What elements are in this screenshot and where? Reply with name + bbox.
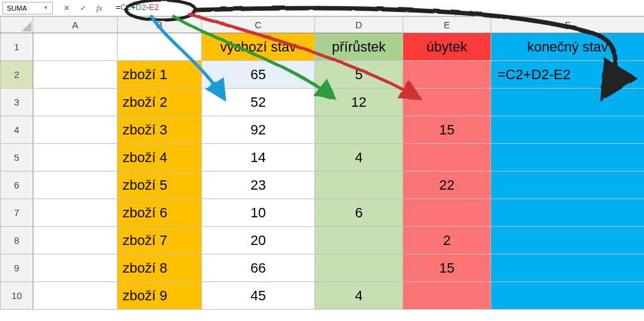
col-header-F[interactable]: F	[491, 17, 645, 33]
cell-D6[interactable]	[315, 171, 403, 199]
grid[interactable]: A B C D E F 1 výchozí stav přírůstek úby…	[0, 16, 644, 310]
formula-text: =C2+D2-E2	[116, 3, 159, 12]
table-row: 9 zboží 8 66 15	[1, 254, 645, 282]
formula-equals: =	[116, 3, 121, 12]
cell-E8[interactable]: 2	[403, 227, 491, 254]
table-row: 10 zboží 9 45 4	[1, 282, 645, 310]
table-row: 4 zboží 3 92 15	[1, 116, 645, 144]
cell-B5[interactable]: zboží 4	[118, 144, 202, 171]
formula-op-plus: +	[131, 3, 136, 12]
row-header-10[interactable]: 10	[1, 282, 33, 310]
cell-B9[interactable]: zboží 8	[118, 254, 202, 282]
cell-D7[interactable]: 6	[315, 199, 403, 227]
fx-icon[interactable]: fx	[94, 3, 104, 13]
cell-A7[interactable]	[33, 199, 118, 227]
cell-B2[interactable]: zboží 1	[118, 61, 202, 89]
cell-C5[interactable]: 14	[202, 144, 315, 171]
cell-E10[interactable]	[403, 282, 491, 310]
cell-E4[interactable]: 15	[403, 116, 491, 144]
cell-B3[interactable]: zboží 2	[118, 89, 202, 116]
cell-E2[interactable]	[403, 61, 491, 89]
table-row: 8 zboží 7 20 2	[1, 227, 645, 254]
cell-D10[interactable]: 4	[315, 282, 403, 310]
cell-A3[interactable]	[33, 89, 118, 116]
cell-C2[interactable]: 65	[202, 61, 315, 89]
cell-A8[interactable]	[33, 227, 118, 254]
row-header-6[interactable]: 6	[1, 171, 33, 199]
formula-bar: SUMA ▼ ✕ ✓ fx =C2+D2-E2	[0, 0, 644, 16]
cell-E5[interactable]	[403, 144, 491, 171]
row-header-3[interactable]: 3	[1, 89, 33, 116]
cell-F10[interactable]	[491, 282, 645, 310]
cell-D8[interactable]	[315, 227, 403, 254]
table-row: 3 zboží 2 52 12	[1, 89, 645, 116]
cell-A6[interactable]	[33, 171, 118, 199]
row-header-9[interactable]: 9	[1, 254, 33, 282]
spreadsheet: A B C D E F 1 výchozí stav přírůstek úby…	[0, 16, 644, 310]
cell-B4[interactable]: zboží 3	[118, 116, 202, 144]
cell-A1[interactable]	[33, 33, 118, 61]
col-header-E[interactable]: E	[403, 17, 491, 33]
confirm-formula-icon[interactable]: ✓	[78, 3, 88, 13]
cell-F3[interactable]	[491, 89, 645, 116]
cell-A10[interactable]	[33, 282, 118, 310]
row-header-4[interactable]: 4	[1, 116, 33, 144]
cell-A4[interactable]	[33, 116, 118, 144]
row-header-2[interactable]: 2	[1, 61, 33, 89]
cell-D1[interactable]: přírůstek	[315, 33, 403, 61]
cell-F7[interactable]	[491, 199, 645, 227]
formula-input[interactable]: =C2+D2-E2	[113, 2, 641, 14]
cell-F4[interactable]	[491, 116, 645, 144]
select-all-corner[interactable]	[1, 17, 33, 33]
chevron-down-icon: ▼	[43, 5, 48, 11]
cell-A5[interactable]	[33, 144, 118, 171]
cell-C3[interactable]: 52	[202, 89, 315, 116]
cell-D2[interactable]: 5	[315, 61, 403, 89]
cell-E6[interactable]: 22	[403, 171, 491, 199]
formula-bar-buttons: ✕ ✓ fx	[55, 3, 111, 13]
row-header-7[interactable]: 7	[1, 199, 33, 227]
cell-E3[interactable]	[403, 89, 491, 116]
cell-C4[interactable]: 92	[202, 116, 315, 144]
cell-E9[interactable]: 15	[403, 254, 491, 282]
table-row: 7 zboží 6 10 6	[1, 199, 645, 227]
cell-C7[interactable]: 10	[202, 199, 315, 227]
cell-C6[interactable]: 23	[202, 171, 315, 199]
formula-ref-e: E2	[149, 3, 159, 12]
cell-A2[interactable]	[33, 61, 118, 89]
row-header-8[interactable]: 8	[1, 227, 33, 254]
cancel-formula-icon[interactable]: ✕	[62, 3, 72, 13]
cell-C9[interactable]: 66	[202, 254, 315, 282]
cell-F8[interactable]	[491, 227, 645, 254]
col-header-D[interactable]: D	[315, 17, 403, 33]
cell-B6[interactable]: zboží 5	[118, 171, 202, 199]
cell-D3[interactable]: 12	[315, 89, 403, 116]
cell-D5[interactable]: 4	[315, 144, 403, 171]
table-row: 6 zboží 5 23 22	[1, 171, 645, 199]
row-header-5[interactable]: 5	[1, 144, 33, 171]
cell-B7[interactable]: zboží 6	[118, 199, 202, 227]
cell-B8[interactable]: zboží 7	[118, 227, 202, 254]
cell-B10[interactable]: zboží 9	[118, 282, 202, 310]
name-box[interactable]: SUMA ▼	[3, 2, 53, 14]
cell-F6[interactable]	[491, 171, 645, 199]
cell-E1[interactable]: úbytek	[403, 33, 491, 61]
col-header-B[interactable]: B	[118, 17, 202, 33]
cell-C10[interactable]: 45	[202, 282, 315, 310]
name-box-value: SUMA	[7, 4, 27, 12]
row-header-1[interactable]: 1	[1, 33, 33, 61]
cell-F5[interactable]	[491, 144, 645, 171]
cell-C1[interactable]: výchozí stav	[202, 33, 315, 61]
formula-ref-d: D2	[136, 3, 147, 12]
cell-F2[interactable]: =C2+D2-E2	[491, 61, 645, 89]
cell-E7[interactable]	[403, 199, 491, 227]
cell-F1[interactable]: konečný stav	[491, 33, 645, 61]
col-header-A[interactable]: A	[33, 17, 118, 33]
cell-F9[interactable]	[491, 254, 645, 282]
cell-A9[interactable]	[33, 254, 118, 282]
cell-C8[interactable]: 20	[202, 227, 315, 254]
cell-B1[interactable]	[118, 33, 202, 61]
cell-D9[interactable]	[315, 254, 403, 282]
cell-D4[interactable]	[315, 116, 403, 144]
col-header-C[interactable]: C	[202, 17, 315, 33]
